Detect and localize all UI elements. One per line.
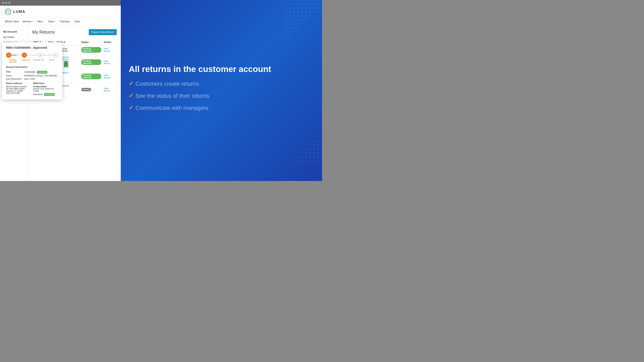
sidebar-item-my-account[interactable]: My Account bbox=[3, 29, 25, 34]
svg-point-10 bbox=[297, 3, 298, 5]
svg-point-41 bbox=[285, 19, 286, 21]
svg-point-23 bbox=[313, 7, 314, 9]
nav-women[interactable]: Women ▾ bbox=[23, 20, 34, 23]
status-cell: Pending Approval bbox=[80, 54, 103, 70]
nav-whats-new[interactable]: What's New bbox=[5, 20, 19, 23]
svg-point-70 bbox=[317, 152, 318, 153]
nav-men[interactable]: Men ▾ bbox=[38, 20, 44, 23]
right-panel: All returns in the customer account ✓ Cu… bbox=[121, 0, 322, 181]
svg-point-68 bbox=[301, 156, 302, 157]
svg-point-74 bbox=[301, 152, 302, 153]
rma-popup: RMA #100000006 - Approved ✓ ✓ 3 4 Pendin… bbox=[2, 42, 62, 99]
svg-point-24 bbox=[317, 7, 318, 9]
view-return-link[interactable]: View Return bbox=[104, 74, 110, 79]
nav-training[interactable]: Training ▾ bbox=[60, 20, 70, 23]
svg-point-9 bbox=[293, 3, 294, 5]
browser-dot-3 bbox=[8, 2, 10, 4]
action-cell: View Return bbox=[102, 45, 117, 54]
returns-header: My Returns Request New Return bbox=[32, 29, 117, 35]
svg-point-64 bbox=[317, 156, 318, 157]
svg-point-82 bbox=[317, 140, 318, 141]
svg-point-52 bbox=[289, 27, 290, 29]
svg-point-16 bbox=[285, 7, 286, 9]
svg-point-12 bbox=[305, 3, 306, 5]
svg-point-56 bbox=[285, 35, 286, 37]
two-col-section: Return Address Winnie palmer hospital 83… bbox=[6, 82, 58, 96]
sidebar-item-my-orders[interactable]: My Orders bbox=[3, 34, 25, 40]
browser-dot-1 bbox=[2, 2, 4, 4]
svg-point-43 bbox=[293, 19, 294, 21]
address-line-1: Winnie palmer hospital bbox=[6, 85, 31, 88]
return-address-col: Return Address Winnie palmer hospital 83… bbox=[6, 82, 31, 96]
browser-bar bbox=[0, 0, 121, 6]
address-line-2: 83 West Miller Street bbox=[6, 88, 31, 90]
nav-gear[interactable]: Gear ▾ bbox=[48, 20, 56, 23]
resolution-label: Resolution bbox=[33, 93, 43, 95]
order-label: Order: bbox=[6, 75, 24, 77]
svg-point-80 bbox=[313, 144, 314, 145]
store-nav: What's New Women ▾ Men ▾ Gear ▾ Training… bbox=[0, 18, 121, 25]
rma-info-row: RMA: #100000006 Approved bbox=[6, 71, 58, 74]
rma-value: #100000006 Approved bbox=[24, 71, 47, 74]
dot-pattern-top bbox=[282, 0, 322, 40]
svg-point-13 bbox=[309, 3, 310, 5]
svg-point-46 bbox=[305, 19, 306, 21]
svg-point-32 bbox=[313, 11, 314, 13]
product-name-label: Product Name bbox=[33, 85, 58, 88]
action-cell: View Return bbox=[102, 83, 117, 96]
col-action: Action bbox=[102, 39, 117, 45]
product-name-value: Kenobi Trail Jacket-XS-Purple bbox=[33, 88, 58, 92]
svg-point-66 bbox=[309, 156, 310, 157]
svg-point-58 bbox=[313, 160, 314, 161]
chevron-down-icon: ▾ bbox=[43, 20, 44, 22]
resolution-row: Resolution Exchange bbox=[33, 93, 58, 96]
view-return-link[interactable]: View Return bbox=[104, 60, 110, 64]
date-info-row: Date Requested: Aug 4, 2020 bbox=[6, 78, 58, 80]
step-4: 4 bbox=[53, 52, 58, 58]
svg-point-18 bbox=[293, 7, 294, 9]
check-icon-3: ✓ bbox=[129, 104, 134, 111]
step-2: ✓ bbox=[22, 52, 27, 58]
progress-fill bbox=[11, 55, 16, 55]
feature-text-3: Communicate with managers bbox=[136, 104, 208, 112]
svg-point-59 bbox=[309, 160, 310, 161]
product-thumb-2 bbox=[63, 61, 69, 68]
svg-point-19 bbox=[297, 7, 298, 9]
svg-point-71 bbox=[313, 152, 314, 153]
view-return-link[interactable]: View Return bbox=[104, 47, 110, 52]
step-label-1: Pending Approval bbox=[6, 59, 19, 63]
svg-point-67 bbox=[305, 156, 306, 157]
status-badge: Pending Approval bbox=[81, 59, 102, 65]
address-line-3: Orlando, FL 32806 bbox=[6, 90, 31, 92]
svg-point-0 bbox=[5, 9, 11, 14]
svg-point-77 bbox=[309, 148, 310, 149]
date-label: Date Requested: bbox=[6, 78, 24, 80]
progress-track-3 bbox=[42, 55, 54, 55]
status-cell: Closed bbox=[80, 83, 103, 96]
chevron-down-icon: ▾ bbox=[70, 20, 70, 22]
svg-point-21 bbox=[305, 7, 306, 9]
svg-point-17 bbox=[289, 7, 290, 9]
rma-popup-title: RMA #100000006 - Approved bbox=[6, 46, 58, 49]
view-return-link[interactable]: View Return bbox=[104, 87, 110, 92]
chevron-down-icon: ▾ bbox=[32, 20, 34, 22]
chevron-down-icon: ▾ bbox=[54, 20, 56, 22]
feature-item-1: ✓ Customers create returns bbox=[129, 80, 314, 87]
svg-point-7 bbox=[285, 3, 286, 5]
request-new-return-button[interactable]: Request New Return bbox=[89, 29, 117, 35]
nav-sale[interactable]: Sale bbox=[74, 20, 80, 23]
svg-point-36 bbox=[293, 15, 294, 17]
svg-point-31 bbox=[309, 11, 310, 13]
svg-point-60 bbox=[305, 160, 306, 161]
return-address-title: Return Address bbox=[6, 82, 31, 84]
svg-point-45 bbox=[301, 19, 302, 21]
browser-dot-2 bbox=[5, 2, 7, 4]
feature-item-2: ✓ See the status of their returns bbox=[129, 92, 314, 99]
step-1: ✓ bbox=[6, 52, 11, 58]
step-label-4: Closed bbox=[45, 59, 58, 63]
svg-point-48 bbox=[289, 23, 290, 25]
rma-label: RMA: bbox=[6, 71, 24, 74]
jacket-icon bbox=[63, 61, 69, 68]
returns-title: My Returns bbox=[32, 29, 55, 35]
feature-text-1: Customers create returns bbox=[136, 80, 199, 87]
